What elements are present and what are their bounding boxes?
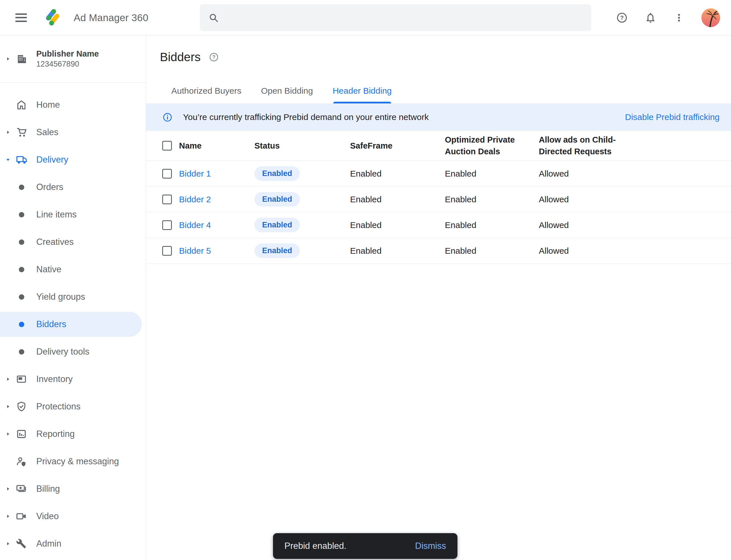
search-bar[interactable] [200,4,591,31]
sidebar-item-orders[interactable]: Orders [0,173,146,201]
safeframe-value: Enabled [350,220,445,230]
caret-right-icon [5,431,11,437]
help-icon: ? [616,11,628,24]
sidebar-item-sales[interactable]: Sales [0,119,146,146]
table-row: Bidder 4 Enabled Enabled Enabled Allowed [146,212,731,238]
safeframe-value: Enabled [350,246,445,256]
column-header-status: Status [255,141,350,151]
videocam-icon [16,511,27,522]
bullet-icon [16,181,27,193]
svg-text:?: ? [213,54,216,60]
account-avatar[interactable] [701,8,720,27]
sidebar-item-delivery[interactable]: Delivery [0,146,146,173]
sidebar-item-protections[interactable]: Protections [0,393,146,420]
page-help-button[interactable]: ? [209,52,219,63]
ad-manager-logo-icon [43,8,63,28]
column-header-child-directed: Allow ads on Child-Directed Requests [539,134,627,157]
sidebar-item-line-items[interactable]: Line items [0,201,146,228]
bidder-link[interactable]: Bidder 4 [179,220,211,230]
opad-value: Enabled [445,195,539,204]
publisher-network-code: 1234567890 [36,59,99,69]
row-checkbox[interactable] [162,220,172,230]
payments-icon [16,483,27,495]
sidebar-item-delivery-tools[interactable]: Delivery tools [0,338,146,365]
bullet-icon [16,236,27,248]
sidebar-item-privacy-messaging[interactable]: Privacy & messaging [0,448,146,475]
caret-down-icon [5,157,11,162]
help-button[interactable]: ? [616,11,628,24]
bullet-icon [16,264,27,275]
row-checkbox[interactable] [162,195,172,204]
select-all-checkbox[interactable] [162,141,172,151]
caret-right-icon [5,514,11,519]
tab-open-bidding[interactable]: Open Bidding [254,78,321,103]
search-icon [208,12,219,23]
avatar-palm-tree-image [701,8,720,27]
caret-right-icon [5,56,11,61]
status-badge: Enabled [255,192,300,207]
sidebar-nav: Home Sales [0,83,146,557]
sidebar-item-admin[interactable]: Admin [0,530,146,557]
truck-icon [16,154,27,165]
menu-icon[interactable] [15,13,27,23]
product-name: Ad Manager 360 [74,12,149,23]
opad-value: Enabled [445,169,539,179]
safeframe-value: Enabled [350,169,445,179]
inventory-icon [16,373,27,385]
tab-bar: Authorized Buyers Open Bidding Header Bi… [146,78,731,103]
sidebar-item-reporting[interactable]: Reporting [0,420,146,448]
notifications-button[interactable] [644,11,657,24]
safeframe-value: Enabled [350,195,445,204]
status-badge: Enabled [255,166,300,181]
toast-dismiss-button[interactable]: Dismiss [415,541,446,551]
table-row: Bidder 1 Enabled Enabled Enabled Allowed [146,161,731,187]
banner-message: You’re currently trafficking Prebid dema… [183,112,428,122]
opad-value: Enabled [445,220,539,230]
prebid-info-banner: You’re currently trafficking Prebid dema… [146,103,731,131]
sidebar-item-native[interactable]: Native [0,256,146,283]
caret-right-icon [5,404,11,409]
bidder-link[interactable]: Bidder 5 [179,246,211,255]
column-header-optimized-private-auction-deals: Optimized Private Auction Deals [445,134,533,157]
tab-header-bidding[interactable]: Header Bidding [325,78,399,103]
help-outline-icon: ? [209,52,219,63]
toast-snackbar: Prebid enabled. Dismiss [273,533,457,559]
table-row: Bidder 5 Enabled Enabled Enabled Allowed [146,238,731,264]
bidder-link[interactable]: Bidder 1 [179,169,211,178]
vertical-dots-icon [673,12,685,23]
sidebar-item-creatives[interactable]: Creatives [0,228,146,256]
sidebar-item-home[interactable]: Home [0,91,146,119]
sidebar: Publisher Name 1234567890 Home [0,35,146,560]
child-directed-value: Allowed [539,195,720,204]
row-checkbox[interactable] [162,246,172,256]
status-badge: Enabled [255,243,300,258]
home-icon [16,99,27,111]
sidebar-item-billing[interactable]: Billing [0,475,146,503]
sidebar-item-yield-groups[interactable]: Yield groups [0,283,146,311]
bidder-link[interactable]: Bidder 2 [179,195,211,204]
info-icon [162,112,173,123]
caret-right-icon [5,541,11,546]
child-directed-value: Allowed [539,220,720,230]
sidebar-item-video[interactable]: Video [0,503,146,530]
svg-text:?: ? [620,14,624,21]
disable-prebid-trafficking-link[interactable]: Disable Prebid trafficking [625,112,720,122]
caret-right-icon [5,130,11,135]
search-input[interactable] [226,13,591,23]
bullet-icon [16,291,27,303]
main-content: Bidders ? Authorized Buyers Open Bidding… [146,35,731,560]
bullet-icon [16,319,27,330]
caret-right-icon [5,486,11,491]
app-bar: Ad Manager 360 ? [0,0,731,35]
more-options-button[interactable] [673,11,685,24]
row-checkbox[interactable] [162,169,172,179]
column-header-name: Name [179,141,255,151]
column-header-safeframe: SafeFrame [350,141,445,151]
tab-authorized-buyers[interactable]: Authorized Buyers [164,78,249,103]
publisher-selector[interactable]: Publisher Name 1234567890 [0,35,146,83]
status-badge: Enabled [255,218,300,232]
sidebar-item-inventory[interactable]: Inventory [0,365,146,393]
sidebar-item-bidders[interactable]: Bidders [0,311,146,338]
page-title: Bidders [160,50,201,64]
bullet-icon [16,346,27,357]
